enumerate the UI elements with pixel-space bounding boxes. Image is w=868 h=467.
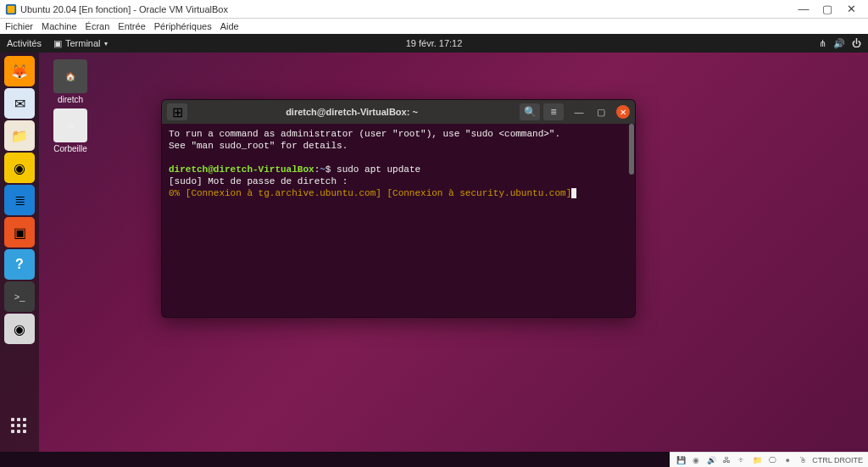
desktop-icon-home[interactable]: 🏠 diretch — [47, 59, 93, 104]
vb-status-usb-icon[interactable]: ᯤ — [736, 454, 748, 466]
terminal-line — [169, 152, 628, 164]
dock-item-files[interactable]: 📁 — [4, 120, 35, 151]
volume-icon[interactable]: 🔊 — [833, 38, 845, 49]
gnome-topbar: Activités ▣ Terminal ▾ 19 févr. 17:12 ⋔ … — [0, 34, 868, 53]
vb-host-key: CTRL DROITE — [812, 456, 863, 464]
software-icon: ▣ — [14, 225, 26, 241]
vb-menu-screen[interactable]: Écran — [86, 21, 110, 31]
new-tab-button[interactable]: ⊞ — [167, 103, 187, 120]
dock-item-writer[interactable]: ≣ — [4, 185, 35, 215]
desktop-icon-label: diretch — [47, 95, 93, 104]
thunderbird-icon: ✉ — [14, 96, 25, 112]
terminal-prompt-line: diretch@diretch-VirtualBox:~$ sudo apt u… — [169, 164, 628, 175]
firefox-icon: 🦊 — [11, 64, 28, 80]
terminal-progress: 0% [Connexion à tg.archive.ubuntu.com] [… — [169, 188, 571, 198]
desktop-icon-label: Corbeille — [47, 144, 93, 153]
vb-status-display-icon[interactable]: 🖵 — [766, 454, 778, 466]
dock-item-rhythmbox[interactable]: ◉ — [4, 153, 35, 183]
terminal-cursor — [571, 188, 576, 198]
virtualbox-logo-icon — [5, 3, 17, 15]
apps-grid-icon — [11, 418, 28, 435]
terminal-line: [sudo] Mot de passe de diretch : — [169, 175, 628, 187]
svg-rect-1 — [8, 5, 15, 13]
terminal-line: 0% [Connexion à tg.archive.ubuntu.com] [… — [169, 187, 628, 199]
vb-status-hdd-icon[interactable]: 💾 — [675, 454, 687, 466]
dock-item-software[interactable]: ▣ — [4, 217, 35, 247]
power-icon[interactable]: ⏻ — [852, 38, 861, 49]
terminal-body[interactable]: To run a command as administrator (user … — [162, 124, 635, 317]
terminal-minimize-button[interactable]: — — [572, 105, 586, 119]
writer-icon: ≣ — [14, 192, 25, 208]
vb-status-disc-icon[interactable]: ◉ — [690, 454, 702, 466]
terminal-search-button[interactable]: 🔍 — [520, 103, 540, 120]
terminal-command: sudo apt update — [337, 164, 420, 175]
vb-status-mouse-icon[interactable]: 🖱 — [797, 454, 809, 466]
desktop-icon-trash[interactable]: ♻ Corbeille — [47, 108, 93, 153]
vb-menu-input[interactable]: Entrée — [118, 21, 145, 31]
hamburger-icon: ≡ — [550, 106, 556, 118]
vb-status-network-icon[interactable]: 🖧 — [721, 454, 732, 466]
terminal-headerbar: ⊞ diretch@diretch-VirtualBox: ~ 🔍 ≡ — ▢ … — [162, 100, 635, 124]
activities-button[interactable]: Activités — [7, 38, 42, 48]
prompt-user: diretch@diretch-VirtualBox — [169, 164, 314, 175]
vb-status-audio-icon[interactable]: 🔊 — [705, 454, 717, 466]
rhythmbox-icon: ◉ — [14, 160, 25, 176]
dock-item-terminal[interactable]: >_ — [4, 281, 35, 312]
terminal-close-button[interactable]: ✕ — [616, 105, 630, 119]
terminal-line: See "man sudo_root" for details. — [169, 140, 628, 152]
terminal-line: To run a command as administrator (user … — [169, 128, 628, 140]
terminal-maximize-button[interactable]: ▢ — [594, 105, 608, 119]
dock-item-firefox[interactable]: 🦊 — [4, 56, 35, 86]
app-menu-label: Terminal — [65, 38, 101, 48]
trash-icon: ♻ — [67, 121, 75, 131]
dock-item-thunderbird[interactable]: ✉ — [4, 88, 35, 119]
vb-menu-file[interactable]: Fichier — [5, 21, 33, 31]
host-close-button[interactable]: ✕ — [839, 3, 863, 15]
dock-item-help[interactable]: ? — [4, 249, 35, 280]
ubuntu-desktop: Activités ▣ Terminal ▾ 19 févr. 17:12 ⋔ … — [0, 34, 868, 452]
dock-item-disc[interactable]: ◉ — [4, 314, 35, 344]
gnome-clock[interactable]: 19 févr. 17:12 — [406, 38, 463, 48]
terminal-scrollbar[interactable] — [629, 124, 634, 175]
vb-menu-devices[interactable]: Périphériques — [154, 21, 212, 31]
virtualbox-menubar: Fichier Machine Écran Entrée Périphériqu… — [0, 19, 868, 34]
app-menu[interactable]: ▣ Terminal ▾ — [53, 38, 108, 49]
host-minimize-button[interactable]: — — [792, 3, 815, 15]
close-icon: ✕ — [620, 108, 626, 117]
terminal-icon: ▣ — [53, 38, 62, 49]
files-icon: 📁 — [11, 128, 28, 144]
chevron-down-icon: ▾ — [104, 40, 108, 47]
home-folder-icon: 🏠 — [65, 72, 75, 81]
vb-menu-help[interactable]: Aide — [220, 21, 239, 31]
terminal-dock-icon: >_ — [14, 292, 25, 302]
vb-status-record-icon[interactable]: ● — [782, 454, 793, 466]
virtualbox-window-title: Ubuntu 20.04 [En fonction] - Oracle VM V… — [20, 4, 228, 14]
new-tab-icon: ⊞ — [172, 104, 183, 120]
virtualbox-titlebar: Ubuntu 20.04 [En fonction] - Oracle VM V… — [0, 0, 868, 19]
terminal-title: diretch@diretch-VirtualBox: ~ — [187, 107, 516, 117]
prompt-path: ~ — [320, 164, 326, 175]
show-applications-button[interactable] — [4, 411, 35, 442]
terminal-window: ⊞ diretch@diretch-VirtualBox: ~ 🔍 ≡ — ▢ … — [161, 99, 636, 318]
virtualbox-statusbar: 💾 ◉ 🔊 🖧 ᯤ 📁 🖵 ● 🖱 CTRL DROITE — [670, 452, 868, 467]
prompt-end: $ — [326, 164, 337, 175]
network-icon[interactable]: ⋔ — [819, 38, 826, 49]
dock: 🦊 ✉ 📁 ◉ ≣ ▣ ? >_ ◉ — [0, 53, 39, 452]
help-icon: ? — [15, 257, 24, 272]
disc-icon: ◉ — [14, 321, 25, 337]
host-maximize-button[interactable]: ▢ — [815, 3, 839, 15]
vb-status-shared-icon[interactable]: 📁 — [751, 454, 763, 466]
vb-menu-machine[interactable]: Machine — [42, 21, 77, 31]
terminal-menu-button[interactable]: ≡ — [543, 103, 564, 120]
search-icon: 🔍 — [524, 106, 537, 118]
